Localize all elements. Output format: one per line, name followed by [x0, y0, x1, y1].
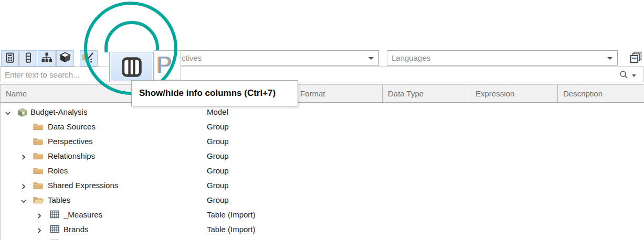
toolbar-button-cube[interactable]: [56, 50, 74, 67]
calculator-icon: [4, 51, 16, 66]
expander-chevron-right-icon[interactable]: [20, 182, 27, 189]
chevron-down-icon[interactable]: [368, 57, 374, 60]
column-header-format[interactable]: Format: [294, 85, 382, 102]
tree-row-Brands[interactable]: BrandsTable (Import): [1, 222, 644, 237]
search-icon[interactable]: [619, 70, 628, 79]
tree-row-Shared Expressions[interactable]: Shared ExpressionsGroup: [1, 178, 644, 193]
object-type: Table (Import): [207, 222, 256, 237]
expander-chevron-right-icon[interactable]: [36, 212, 43, 218]
object-name: Brands: [64, 222, 89, 237]
tree-row-partial[interactable]: [1, 237, 644, 240]
tree-row-_Measures[interactable]: _MeasuresTable (Import): [1, 208, 644, 222]
object-type: Group: [207, 119, 229, 134]
toolbar-button-calculator[interactable]: [1, 50, 19, 67]
column-header-data-type[interactable]: Data Type: [382, 85, 470, 102]
object-name: Tables: [48, 193, 70, 208]
chevron-down-icon[interactable]: [607, 57, 613, 60]
cube-icon: [59, 51, 71, 66]
column-header-description[interactable]: Description: [557, 85, 644, 102]
tooltip-text: Show/hide info columns (Ctrl+7): [139, 88, 276, 98]
tree-row-Roles[interactable]: RolesGroup: [1, 163, 644, 178]
tooltip: Show/hide info columns (Ctrl+7): [131, 80, 298, 106]
object-name: Shared Expressions: [48, 178, 118, 193]
tree-row-Perspectives[interactable]: PerspectivesGroup: [1, 134, 644, 149]
folder-icon: [33, 151, 43, 162]
folder-open-icon: [33, 195, 44, 206]
search-bar: [0, 67, 644, 82]
tree-row-Relationships[interactable]: RelationshipsGroup: [1, 149, 644, 163]
column-header-expression[interactable]: Expression: [470, 85, 557, 102]
toolbar-button-hierarchy[interactable]: [38, 50, 56, 67]
expander-chevron-right-icon[interactable]: [20, 153, 27, 159]
folder-icon: [33, 122, 43, 133]
tabular-editor-window: { "colors": { "annotation_teal": "#00A89…: [0, 0, 644, 240]
tree-row-Tables[interactable]: TablesGroup: [1, 193, 644, 208]
object-name: Perspectives: [48, 134, 93, 149]
expander-chevron-right-icon[interactable]: [36, 226, 43, 233]
rows-icon: [23, 51, 34, 66]
model-icon: [17, 107, 27, 119]
folder-icon: [33, 137, 43, 147]
object-type: Group: [207, 134, 229, 149]
expander-chevron-down-icon[interactable]: [20, 197, 27, 203]
object-name: Budget-Analysis: [30, 105, 87, 119]
perspectives-combobox[interactable]: ctives: [155, 50, 379, 66]
cascade-windows-icon: [629, 51, 642, 64]
search-options-chevron-icon[interactable]: [632, 74, 636, 77]
tree-row-Data Sources[interactable]: Data SourcesGroup: [1, 119, 644, 134]
expander-chevron-down-icon[interactable]: [5, 109, 11, 115]
object-type: Group: [207, 149, 229, 163]
object-type: Model: [207, 105, 228, 119]
object-name: Data Sources: [48, 119, 96, 134]
table-icon: [50, 210, 59, 220]
folder-icon: [33, 181, 43, 191]
search-input[interactable]: [1, 67, 615, 82]
object-type: Group: [207, 193, 229, 208]
magnified-perspectives-letter: P: [154, 50, 181, 80]
tree-row-Budget-Analysis[interactable]: Budget-AnalysisModel: [1, 105, 644, 119]
edit-icon: [82, 51, 96, 66]
folder-icon: [33, 166, 43, 177]
magnified-letter-text: P: [157, 51, 172, 79]
info-columns-icon: [120, 55, 144, 79]
toolbar-button-rows[interactable]: [19, 50, 37, 67]
annotation-inner-circle: [101, 17, 164, 52]
toolbar-button-edit[interactable]: [80, 50, 98, 67]
table-icon: [50, 225, 59, 235]
object-name: _Measures: [64, 208, 102, 222]
languages-combobox[interactable]: Languages: [387, 50, 618, 66]
model-explorer-grid: NameFormatData TypeExpressionDescription…: [0, 84, 644, 240]
hierarchy-icon: [40, 51, 53, 66]
column-header-row: NameFormatData TypeExpressionDescription: [1, 84, 644, 103]
object-type: Group: [207, 163, 229, 178]
object-name: Relationships: [48, 149, 95, 163]
object-name: Roles: [48, 163, 68, 178]
object-type: Group: [207, 178, 229, 193]
show-hide-info-columns-button[interactable]: [109, 52, 154, 82]
languages-combobox-value: Languages: [392, 51, 430, 65]
cascade-windows-button[interactable]: [629, 51, 643, 65]
object-type: Table (Import): [207, 208, 256, 222]
perspectives-combobox-value: ctives: [182, 51, 202, 65]
